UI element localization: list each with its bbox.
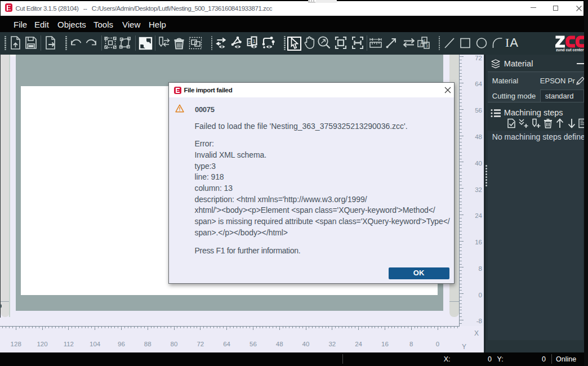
svg-text:1: 1 [252, 38, 255, 44]
svg-text:2: 2 [248, 40, 251, 45]
svg-text:3: 3 [425, 43, 427, 48]
svg-text:2: 2 [419, 42, 421, 47]
svg-text:1: 1 [423, 38, 425, 43]
